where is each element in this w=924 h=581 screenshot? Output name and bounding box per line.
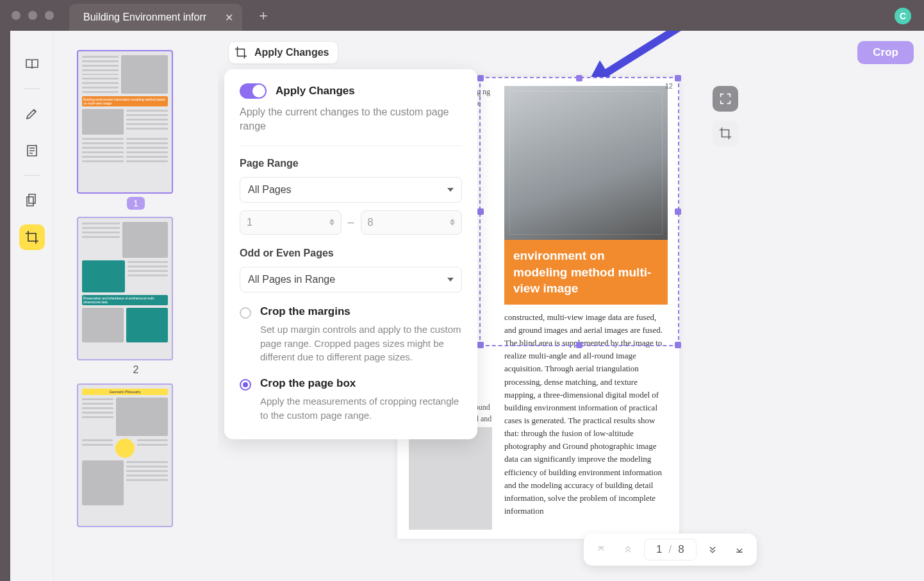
doc-secondary-image xyxy=(409,427,492,530)
expand-icon xyxy=(718,92,732,106)
pager-total: 8 xyxy=(678,543,684,556)
thumbnail-label: 2 xyxy=(77,364,195,376)
thumbnail-page-1[interactable]: Building environment information modelin… xyxy=(77,50,195,209)
canvas-tools xyxy=(713,86,738,146)
minimize-window-icon[interactable] xyxy=(28,11,37,20)
radio-crop-margins[interactable]: Crop the margins Set up margin controls … xyxy=(240,305,462,364)
window-controls xyxy=(12,11,54,20)
apply-changes-popover: Apply Changes Apply the current changes … xyxy=(224,69,477,439)
page-navigator: 1 / 8 xyxy=(584,534,757,566)
window-titlebar: Building Environment inforr ✕ ＋ C xyxy=(0,0,924,31)
thumbnail-image: Building environment information modelin… xyxy=(77,50,173,194)
close-window-icon[interactable] xyxy=(12,11,21,20)
radio-margins-desc: Set up margin controls and apply to the … xyxy=(240,323,462,364)
page-range-select[interactable]: All Pages xyxy=(240,177,462,203)
thumbnail-page-3[interactable]: Geometric Philosophy xyxy=(77,383,195,527)
app-body: Building environment information modelin… xyxy=(10,31,924,581)
thumbnail-page-2[interactable]: Preservation and inheritance of architec… xyxy=(77,217,195,376)
crop-button[interactable]: Crop xyxy=(857,41,914,64)
rail-annotate[interactable] xyxy=(19,138,45,164)
range-to-value: 8 xyxy=(368,217,374,228)
pager-slash: / xyxy=(668,543,672,556)
pager-current: 1 xyxy=(656,543,662,556)
document-tab-title: Building Environment inforr xyxy=(83,12,216,23)
odd-even-label: Odd or Even Pages xyxy=(240,248,462,259)
new-tab-button[interactable]: ＋ xyxy=(256,6,270,25)
thumbnail-panel[interactable]: Building environment information modelin… xyxy=(54,31,218,581)
crop-icon xyxy=(24,230,40,245)
chevron-down-icon xyxy=(447,188,454,192)
radio-margins-title: Crop the margins xyxy=(260,305,351,318)
doc-title-banner: environment on modeling method multi-vie… xyxy=(504,240,668,305)
thumbnail-image: Preservation and inheritance of architec… xyxy=(77,217,173,360)
main-area: Apply Changes Crop al on grating is prov… xyxy=(218,31,924,581)
fit-screen-button[interactable] xyxy=(713,86,738,112)
radio-icon[interactable] xyxy=(240,379,251,391)
apply-changes-label: Apply Changes xyxy=(254,47,329,58)
radio-box-title: Crop the page box xyxy=(260,377,356,390)
popover-title: Apply Changes xyxy=(276,85,355,97)
apply-changes-toggle[interactable] xyxy=(240,83,267,99)
chevrons-up-icon xyxy=(623,544,633,555)
close-tab-icon[interactable]: ✕ xyxy=(225,12,233,24)
chevron-down-icon xyxy=(447,278,454,282)
crop-preset-button[interactable] xyxy=(713,121,738,146)
odd-even-value: All Pages in Range xyxy=(248,274,335,285)
doc-paragraph: constructed, multi-view image data are f… xyxy=(504,311,668,518)
radio-box-desc: Apply the measurements of cropping recta… xyxy=(240,394,462,423)
pager-last-button[interactable] xyxy=(729,539,750,560)
range-from-input[interactable]: 1 xyxy=(240,210,342,235)
page-range-value: All Pages xyxy=(248,184,292,196)
page-range-label: Page Range xyxy=(240,158,462,169)
maximize-window-icon[interactable] xyxy=(45,11,54,20)
pager-next-button[interactable] xyxy=(702,539,723,560)
stepper-icon[interactable] xyxy=(450,219,455,226)
rail-separator xyxy=(24,175,40,176)
pager-prev-button[interactable] xyxy=(617,539,639,560)
user-avatar[interactable]: C xyxy=(895,8,911,24)
chevrons-down-last-icon xyxy=(734,544,745,555)
range-to-input[interactable]: 8 xyxy=(361,210,463,235)
highlighter-icon xyxy=(24,106,40,121)
rail-pages[interactable] xyxy=(19,187,45,213)
rail-separator xyxy=(24,88,40,89)
rail-read-mode[interactable] xyxy=(19,51,45,77)
range-from-value: 1 xyxy=(247,217,252,228)
chevrons-up-first-icon xyxy=(596,544,606,555)
chevrons-down-icon xyxy=(707,544,718,555)
crop-icon xyxy=(718,126,732,140)
popover-separator xyxy=(240,146,462,146)
thumbnail-label: 1 xyxy=(77,198,195,209)
stepper-icon[interactable] xyxy=(329,219,334,226)
pages-icon xyxy=(24,192,40,208)
sidebar-rail xyxy=(10,31,54,581)
avatar-initial: C xyxy=(900,11,906,21)
pager-field[interactable]: 1 / 8 xyxy=(644,539,697,560)
popover-description: Apply the current changes to the custom … xyxy=(240,105,462,134)
book-icon xyxy=(24,56,40,72)
note-icon xyxy=(24,143,40,158)
main-toolbar: Apply Changes Crop xyxy=(228,40,914,65)
rail-crop[interactable] xyxy=(19,224,45,250)
range-dash: – xyxy=(348,215,354,229)
radio-crop-page-box[interactable]: Crop the page box Apply the measurements… xyxy=(240,377,462,423)
thumbnail-image: Geometric Philosophy xyxy=(77,383,173,527)
crop-icon xyxy=(234,46,248,60)
odd-even-select[interactable]: All Pages in Range xyxy=(240,267,462,292)
pager-first-button[interactable] xyxy=(590,539,612,560)
doc-hero-image xyxy=(504,86,668,240)
radio-icon[interactable] xyxy=(240,307,251,319)
apply-changes-button[interactable]: Apply Changes xyxy=(228,41,338,64)
rail-highlight[interactable] xyxy=(19,101,45,126)
document-tab[interactable]: Building Environment inforr ✕ xyxy=(69,4,242,31)
